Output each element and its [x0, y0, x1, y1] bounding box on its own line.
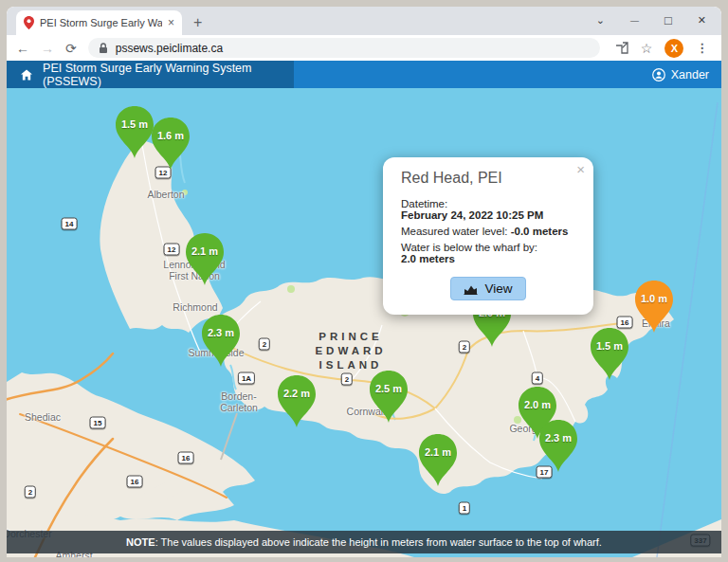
popup-datetime-row: Datetime: February 24, 2022 10:25 PM	[401, 198, 575, 221]
town-label: Alberton	[147, 189, 184, 200]
popup-title: Red Head, PEI	[401, 170, 575, 187]
share-icon[interactable]	[615, 42, 628, 54]
marker-value: 2.1 m	[416, 446, 460, 458]
app-title: PEI Storm Surge Early Warning System (PS…	[43, 62, 294, 88]
pin-icon	[416, 432, 460, 487]
bookmark-star-icon[interactable]: ☆	[641, 41, 653, 56]
browser-avatar[interactable]: X	[664, 39, 683, 58]
popup-close-icon[interactable]: ×	[576, 162, 585, 176]
town-label: Richmond	[173, 301, 217, 313]
station-popup: × Red Head, PEI Datetime: February 24, 2…	[383, 157, 593, 315]
route-badge: 2	[259, 338, 270, 351]
route-badge: 15	[90, 417, 106, 429]
pin-icon	[632, 279, 676, 334]
map-pin-favicon-icon	[24, 16, 34, 29]
map-marker-2.3-m[interactable]: 2.3 m	[537, 418, 580, 473]
popup-actions: View	[401, 277, 575, 300]
browser-window: PEI Storm Surge Early Warning Sy × + ⌄ —…	[7, 7, 721, 557]
map-marker-2.1-m[interactable]: 2.1 m	[183, 231, 227, 286]
map-canvas[interactable]: AlbertonLennox Island First NationRichmo…	[7, 88, 721, 557]
tab-close-icon[interactable]: ×	[168, 17, 174, 28]
route-badge: 4	[532, 372, 543, 385]
user-icon	[652, 68, 665, 82]
tab-title: PEI Storm Surge Early Warning Sy	[40, 17, 162, 28]
menu-kebab-icon[interactable]: ⋮	[696, 41, 708, 55]
note-bar: NOTE: The values displayed above indicat…	[7, 531, 721, 553]
route-badge: 16	[178, 452, 194, 464]
note-text: : The values displayed above indicate th…	[155, 536, 602, 548]
back-button[interactable]: ←	[16, 42, 29, 55]
lock-icon	[99, 43, 108, 54]
map-marker-2.5-m[interactable]: 2.5 m	[367, 369, 410, 424]
marker-value: 2.3 m	[199, 327, 243, 338]
marker-value: 1.6 m	[149, 130, 192, 141]
pin-icon	[588, 326, 631, 381]
map-marker-2.1-m[interactable]: 2.1 m	[416, 432, 460, 487]
map-marker-1.5-m[interactable]: 1.5 m	[588, 326, 631, 381]
map-marker-2.2-m[interactable]: 2.2 m	[275, 373, 318, 428]
marker-value: 2.5 m	[367, 383, 410, 394]
pin-icon	[149, 116, 192, 171]
marker-value: 2.0 m	[516, 399, 559, 410]
reload-button[interactable]: ⟳	[65, 42, 77, 55]
chart-icon	[464, 283, 478, 295]
window-controls: ⌄ — □ ✕	[596, 13, 706, 27]
toolbar-right: ☆ X ⋮	[615, 39, 709, 58]
new-tab-button[interactable]: +	[193, 16, 202, 29]
browser-toolbar: ← → ⟳ pssews.peiclimate.ca ☆ X ⋮	[7, 35, 721, 61]
app-brand[interactable]: PEI Storm Surge Early Warning System (PS…	[7, 61, 294, 88]
waterlevel-label: Measured water level:	[401, 226, 511, 237]
route-badge: 16	[127, 476, 143, 488]
datetime-label: Datetime:	[401, 198, 447, 209]
marker-value: 2.2 m	[275, 388, 318, 399]
map-marker-2.3-m[interactable]: 2.3 m	[199, 313, 243, 368]
map-marker-1.0-m[interactable]: 1.0 m	[632, 279, 676, 334]
route-badge: 1A	[238, 372, 255, 385]
home-icon[interactable]	[21, 69, 32, 81]
route-badge: 2	[341, 373, 353, 386]
route-badge: 12	[164, 244, 180, 256]
pin-icon	[199, 313, 243, 368]
browser-tab[interactable]: PEI Storm Surge Early Warning Sy ×	[16, 10, 182, 35]
marker-value: 1.0 m	[632, 293, 676, 304]
desktop-frame: PEI Storm Surge Early Warning Sy × + ⌄ —…	[0, 0, 728, 562]
view-button-label: View	[484, 281, 512, 296]
pin-icon	[183, 231, 227, 286]
route-badge: 14	[62, 218, 78, 230]
user-menu[interactable]: Xander	[652, 68, 709, 82]
window-minimize-icon[interactable]: —	[630, 16, 639, 26]
belowwharf-label: Water is below the wharf by:	[401, 242, 537, 253]
belowwharf-value: 2.0 meters	[401, 253, 455, 264]
user-name: Xander	[671, 68, 709, 82]
route-badge: 2	[459, 341, 470, 354]
pin-icon	[367, 369, 410, 424]
app-header: PEI Storm Surge Early Warning System (PS…	[7, 61, 721, 88]
map-marker-1.6-m[interactable]: 1.6 m	[149, 116, 192, 171]
window-chevron-icon[interactable]: ⌄	[596, 14, 605, 27]
note-prefix: NOTE	[126, 536, 155, 548]
address-bar[interactable]: pssews.peiclimate.ca	[88, 38, 600, 58]
url-text: pssews.peiclimate.ca	[116, 42, 223, 55]
region-label: PRINCE EDWARD ISLAND	[315, 330, 386, 372]
window-close-icon[interactable]: ✕	[698, 14, 706, 27]
marker-value: 1.5 m	[588, 340, 631, 352]
window-maximize-icon[interactable]: □	[664, 13, 672, 27]
tab-strip: PEI Storm Surge Early Warning Sy × + ⌄ —…	[7, 7, 721, 35]
datetime-value: February 24, 2022 10:25 PM	[401, 209, 543, 221]
town-label: Shediac	[25, 411, 61, 423]
town-label: Borden- Carleton	[220, 390, 258, 413]
marker-value: 2.1 m	[183, 245, 227, 257]
pin-icon	[275, 373, 318, 428]
route-badge: 1	[459, 502, 470, 515]
marker-value: 2.3 m	[537, 432, 580, 444]
pin-icon	[537, 418, 580, 473]
forward-button[interactable]: →	[41, 42, 54, 55]
waterlevel-value: -0.0 meters	[511, 226, 569, 237]
view-button[interactable]: View	[450, 277, 525, 300]
route-badge: 2	[25, 486, 36, 499]
popup-belowwharf-row: Water is below the wharf by: 2.0 meters	[401, 242, 575, 264]
popup-waterlevel-row: Measured water level: -0.0 meters	[401, 226, 575, 237]
